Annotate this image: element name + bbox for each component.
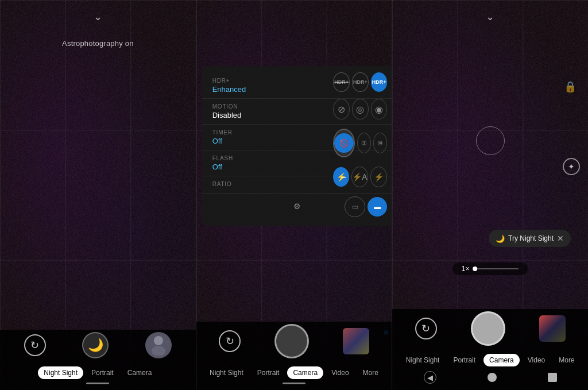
bottom-bar-p3: ↻ Night Sight Portrait Camera Video More… [392,309,588,390]
bottom-bar-p1: ↻ 🌙 Night Sight Portrait Camera [0,330,196,390]
motion-auto-btn[interactable]: ◎ [352,99,369,119]
tab-video-p3[interactable]: Video [522,354,551,366]
gallery-thumb-p2[interactable] [343,328,369,354]
tab-night-sight-p3[interactable]: Night Sight [400,354,446,366]
motion-on-btn[interactable]: ◉ [371,99,388,119]
panel-settings: HDR+ Enhanced MOTION Disabled TIMER Off … [196,0,393,390]
timer-icon-row: 🚫 ③ ⑩ [328,124,392,162]
tab-more-p3[interactable]: More [553,354,580,366]
hdr-off-btn[interactable]: HDR+ [333,72,350,92]
try-night-sight-label: Try Night Sight [508,234,554,242]
flash-off-btn[interactable]: ⚡̶ [333,167,349,187]
tab-portrait-p3[interactable]: Portrait [447,354,481,366]
rotate-btn-p1[interactable]: ↻ [24,334,46,356]
zoom-line-dot [473,267,478,271]
tab-night-sight-p1[interactable]: Night Sight [38,366,83,379]
hdr-on-btn[interactable]: HDR+ [371,72,387,92]
ratio-169-btn[interactable]: ▬ [368,197,387,217]
icon-columns: HDR+ HDR+ HDR+ ⊘ ◎ ◉ 🚫 ③ ⑩ ⚡̶ ⚡A ⚡ ▭ [328,66,392,222]
try-night-sight-tooltip: 🌙 Try Night Sight ✕ [489,230,571,247]
shutter-row-p2: ↻ [196,322,392,363]
compass-icon[interactable]: ✦ [563,158,580,175]
focus-circle [476,126,505,155]
zoom-line [473,268,519,269]
tab-portrait-p1[interactable]: Portrait [86,366,119,379]
flash-icon-row: ⚡̶ ⚡A ⚡ [328,162,392,192]
lock-icon[interactable]: 🔒 [564,80,577,93]
hdr-auto-btn[interactable]: HDR+ [352,72,369,92]
panel-night-sight: ⌄ Astrophotography on ↻ 🌙 Night Sight Po… [0,0,196,390]
chevron-down-icon[interactable]: ⌄ [94,10,102,23]
shutter-row-p3: ↻ [392,309,588,350]
tab-portrait-p2[interactable]: Portrait [252,366,285,379]
tab-camera-p3[interactable]: Camera [483,354,520,366]
shutter-btn-p2[interactable] [274,324,309,358]
svg-point-1 [152,346,165,356]
bottom-line-p2 [283,383,305,384]
mode-tabs-p3: Night Sight Portrait Camera Video More [392,350,588,368]
bottom-line-p1 [86,383,109,384]
zoom-indicator: 1× [452,262,528,275]
flash-on-btn[interactable]: ⚡ [370,167,387,187]
timer-selector[interactable]: 🚫 [333,129,355,157]
close-tooltip-btn[interactable]: ✕ [557,234,564,243]
ratio-icon-row: ▭ ▬ [328,192,392,222]
timer-3s-btn[interactable]: ③ [357,133,371,153]
chevron-down-icon-3[interactable]: ⌄ [486,10,494,23]
shutter-btn-p3[interactable] [471,311,505,346]
tab-night-sight-p2[interactable]: Night Sight [204,366,249,379]
mode-tabs-p2: Night Sight Portrait Camera Video More [196,363,392,380]
recents-nav-btn[interactable] [548,373,557,382]
ratio-43-btn[interactable]: ▭ [345,196,365,217]
motion-off-btn[interactable]: ⊘ [333,99,350,119]
gallery-thumb-p3[interactable] [539,315,566,342]
night-sight-btn-p1[interactable]: 🌙 [82,332,109,358]
flash-auto-btn[interactable]: ⚡A [351,167,368,187]
tab-camera-p2[interactable]: Camera [287,366,323,379]
gear-icon-btn[interactable]: ⚙ [287,196,307,217]
rotate-btn-p2[interactable]: ↻ [219,330,241,352]
bottom-bar-p2: ↻ Night Sight Portrait Camera Video More [196,322,392,390]
moon-icon-tooltip: 🌙 [496,234,505,243]
tab-video-p2[interactable]: Video [326,366,354,379]
mode-tabs-p1: Night Sight Portrait Camera [0,363,196,380]
svg-point-0 [154,336,163,345]
tab-more-p2[interactable]: More [357,366,384,379]
hdr-icon-row: HDR+ HDR+ HDR+ [328,66,392,94]
home-nav-btn[interactable] [488,373,497,382]
tab-camera-p1[interactable]: Camera [122,366,158,379]
zoom-level-label: 1× [462,265,470,273]
android-nav-row: ◀ [392,368,588,385]
rotate-btn-p3[interactable]: ↻ [415,318,437,339]
motion-icon-row: ⊘ ◎ ◉ [328,94,392,124]
back-nav-btn[interactable]: ◀ [424,371,436,384]
astrophotography-label: Astrophotography on [0,39,196,48]
timer-off-btn[interactable]: 🚫 [334,133,354,153]
timer-10s-btn[interactable]: ⑩ [373,133,387,153]
panel-camera: ⌄ 🔒 ✦ 🌙 Try Night Sight ✕ 1× ↻ Night Sig… [392,0,588,390]
shutter-row-p1: ↻ 🌙 [0,330,196,363]
gallery-thumb-p1[interactable] [145,332,172,358]
